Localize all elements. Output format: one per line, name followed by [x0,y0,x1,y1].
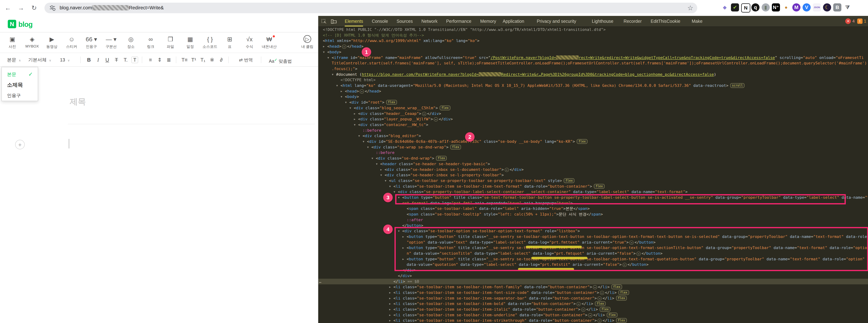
expand-closed-icon[interactable]: ▶ [389,301,391,306]
devtools-tab-lighthouse[interactable]: Lighthouse [592,16,613,27]
expand-closed-icon[interactable]: ▶ [389,318,391,323]
dom-node-line[interactable]: ▶<div class="layer_popup__WjlfW">…</div> [318,116,868,122]
selected-dom-node[interactable]: …</li> == $0 [318,279,868,284]
dom-node-line[interactable]: ▼<li class="se-toolbar-item se-toolbar-i… [318,183,868,189]
dom-node-line[interactable]: ▼<div class="blog_editor"> [318,133,868,139]
flex-badge[interactable]: flex [450,145,461,149]
toolbar-item-quote[interactable]: 66 ▾인용구 [82,35,100,49]
font-size-select[interactable]: 13∨ [60,53,70,67]
format-option-1[interactable]: 본문✓ [2,69,38,79]
expand-closed-icon[interactable]: ▶ [389,306,391,312]
underline-button[interactable]: U [103,53,112,67]
dom-node-line[interactable]: ::before [318,150,868,155]
expand-closed-icon[interactable]: ▶ [341,88,342,94]
dom-node-line[interactable]: ▼<div class="se-toolbar-option se-toolba… [318,228,868,234]
flex-badge[interactable]: flex [616,318,627,323]
dom-node-line[interactable]: ▶<head>…</head> [318,88,868,94]
toolbar-item-table[interactable]: ⊞표 [220,35,239,49]
flex-badge[interactable]: flex [600,307,611,312]
superscript-button[interactable]: T¹ [189,53,198,67]
flex-badge[interactable]: flex [564,178,575,183]
flex-badge[interactable]: flex [577,139,588,144]
dom-node-line[interactable]: </button> [318,223,868,228]
moon-extension-icon[interactable]: ☾ [823,3,831,11]
strikethrough-button[interactable]: T [112,53,121,67]
issues-badge-icon[interactable]: ! [857,19,863,24]
dom-node-line[interactable]: ▶<head>…</head> [318,43,868,49]
line-height-button[interactable]: ⇕ [155,53,164,67]
expand-closed-icon[interactable]: ▶ [402,256,404,262]
expand-closed-icon[interactable]: ▶ [380,167,382,172]
error-badge-icon[interactable]: ✕ [845,18,851,24]
dom-node-line[interactable]: ▼<body> [318,94,868,99]
mouse-extension-icon[interactable]: ▮ [762,3,770,11]
dom-node-line[interactable]: ▶<button type="button" title class="__se… [318,245,868,251]
expand-open-icon[interactable]: ▼ [367,144,369,150]
expand-open-icon[interactable]: ▼ [345,99,347,105]
b-extension-icon[interactable]: B [833,3,841,11]
expand-closed-icon[interactable]: ▶ [402,245,404,251]
dom-node-line[interactable]: .focus();"> [318,66,868,72]
expand-open-icon[interactable]: ▼ [389,183,391,189]
green-check-extension-icon[interactable]: ✔ [731,3,739,11]
expand-open-icon[interactable]: ▼ [376,161,377,167]
expand-open-icon[interactable]: ▼ [354,122,355,127]
dom-node-line[interactable]: ▼<div class="blog_seone_wrap__C5hlm">fle… [318,105,868,111]
site-settings-icon[interactable] [50,5,55,11]
dom-node-line[interactable]: ▶<button type="button" title class="__se… [318,256,868,262]
flex-badge[interactable]: flex [436,156,447,160]
flex-badge[interactable]: flex [607,313,618,317]
special-char-button[interactable]: ※ [208,53,216,67]
list-button[interactable]: ≣ [164,53,173,67]
toolbar-item-formula[interactable]: √x수식 [240,35,259,49]
address-bar[interactable]: blog.naver.comRedirect=Write& ☆ [44,3,697,13]
expand-closed-icon[interactable]: ▶ [389,290,391,295]
naver-logo-icon[interactable]: N [8,20,16,28]
dom-node-line[interactable]: ▼<body> [318,49,868,55]
devtools-tab-memory[interactable]: Memory [480,16,496,27]
expand-open-icon[interactable]: ▼ [332,72,334,77]
insert-link-button[interactable]: ∂ [217,53,225,67]
collapsed-content-icon[interactable]: … [600,291,604,295]
dom-node-line[interactable]: ▶<li class="se-toolbar-item se-toolbar-i… [318,318,868,323]
dom-node-line[interactable]: "option" data-value="text" data-type="la… [318,239,868,245]
expand-open-icon[interactable]: ▼ [372,155,373,161]
dom-node-line[interactable]: ▼<div class="se-header-inbox se-l-proper… [318,172,868,178]
toolbar-item-place[interactable]: ◎장소 [122,35,140,49]
expand-open-icon[interactable]: ▼ [398,228,400,234]
toolbar-item-my-clip[interactable]: ▷내 클립 [298,35,316,49]
dom-node-line[interactable]: ▼<html lang="ko" data-useragent="Mozilla… [318,83,868,88]
dom-node-line[interactable]: ▼<div class="container__HW_tc"> [318,122,868,127]
bold-button[interactable]: B [85,53,93,67]
expand-open-icon[interactable]: ▼ [394,189,395,195]
spellcheck-button[interactable]: Aa✓ 맞춤법 [265,53,295,67]
devtools-tab-make[interactable]: Make [692,16,703,27]
collapsed-content-icon[interactable]: … [342,45,346,49]
collapsed-content-icon[interactable]: … [434,117,438,121]
blog-logo-text[interactable]: blog [18,21,32,28]
dom-node-line[interactable]: ▼<ul class="se-toolbar se-property-toolb… [318,178,868,183]
post-title-placeholder[interactable]: 제목 [70,96,86,107]
dom-node-line[interactable]: ▼<div class="se-wrap se-dnd-wrap">flex [318,144,868,150]
dom-node-line[interactable]: ▼<div class="se-property-toolbar-label-s… [318,189,868,195]
expand-open-icon[interactable]: ▼ [336,83,338,88]
dom-node-line[interactable]: ▼<div class="se-dnd-wrap">flex [318,155,868,161]
expand-open-icon[interactable]: ▼ [341,94,342,99]
toolbar-item-video[interactable]: ▶동영상 [43,35,61,49]
dom-node-line[interactable]: </div> [318,267,868,273]
dom-node-line[interactable]: ▶<div class="header__Ceaap">…</div> [318,111,868,117]
toolbar-item-link[interactable]: ∞링크 [142,35,160,49]
toolbar-item-sourcecode[interactable]: { }소스코드 [201,35,219,49]
translate-button[interactable]: ⇄ 번역 [235,53,257,67]
collapsed-content-icon[interactable]: … [637,252,641,256]
format-option-2[interactable]: 소제목 [2,80,38,90]
shard-extension-icon[interactable]: ◆ [721,3,729,11]
flex-badge[interactable]: flex [440,106,451,110]
v-extension-icon[interactable]: V [803,3,811,11]
expand-open-icon[interactable]: ▼ [363,139,364,144]
indent-button[interactable]: T≡ [180,53,189,67]
expand-open-icon[interactable]: ▼ [385,178,386,183]
dom-node-line[interactable]: ▶<button type="button" title class="__se… [318,234,868,239]
collapsed-content-icon[interactable]: … [588,313,592,317]
dom-node-line[interactable]: ▼<button type="button" title class="se-t… [318,195,868,200]
